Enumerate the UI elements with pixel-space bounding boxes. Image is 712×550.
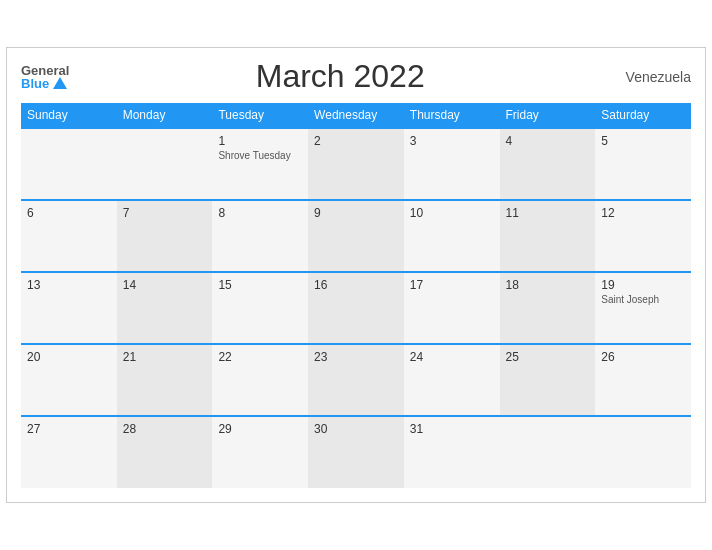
weekday-header-sunday: Sunday (21, 103, 117, 128)
day-cell: 26 (595, 344, 691, 416)
day-number: 19 (601, 278, 685, 292)
day-cell: 9 (308, 200, 404, 272)
day-number: 17 (410, 278, 494, 292)
day-cell (21, 128, 117, 200)
logo-blue-area: Blue (21, 77, 69, 90)
day-number: 12 (601, 206, 685, 220)
logo-blue-text: Blue (21, 77, 49, 90)
day-number: 9 (314, 206, 398, 220)
calendar-grid: SundayMondayTuesdayWednesdayThursdayFrid… (21, 103, 691, 488)
day-cell: 23 (308, 344, 404, 416)
day-number: 15 (218, 278, 302, 292)
week-row-2: 6789101112 (21, 200, 691, 272)
day-number: 25 (506, 350, 590, 364)
day-number: 8 (218, 206, 302, 220)
day-cell: 20 (21, 344, 117, 416)
weekday-header-tuesday: Tuesday (212, 103, 308, 128)
day-number: 7 (123, 206, 207, 220)
day-cell: 31 (404, 416, 500, 488)
day-cell: 3 (404, 128, 500, 200)
day-cell: 30 (308, 416, 404, 488)
day-number: 6 (27, 206, 111, 220)
week-row-5: 2728293031 (21, 416, 691, 488)
day-cell: 12 (595, 200, 691, 272)
weekday-header-saturday: Saturday (595, 103, 691, 128)
day-cell: 1Shrove Tuesday (212, 128, 308, 200)
week-row-4: 20212223242526 (21, 344, 691, 416)
day-cell: 11 (500, 200, 596, 272)
day-number: 11 (506, 206, 590, 220)
week-row-3: 13141516171819Saint Joseph (21, 272, 691, 344)
day-number: 29 (218, 422, 302, 436)
calendar-header: General Blue March 2022 Venezuela (21, 58, 691, 95)
day-cell: 7 (117, 200, 213, 272)
day-cell: 29 (212, 416, 308, 488)
day-number: 30 (314, 422, 398, 436)
day-number: 24 (410, 350, 494, 364)
day-cell (500, 416, 596, 488)
day-cell: 14 (117, 272, 213, 344)
logo-general-text: General (21, 64, 69, 77)
day-number: 22 (218, 350, 302, 364)
weekday-header-row: SundayMondayTuesdayWednesdayThursdayFrid… (21, 103, 691, 128)
day-cell: 21 (117, 344, 213, 416)
day-cell: 17 (404, 272, 500, 344)
day-number: 3 (410, 134, 494, 148)
day-cell: 25 (500, 344, 596, 416)
day-cell: 22 (212, 344, 308, 416)
day-number: 21 (123, 350, 207, 364)
day-number: 28 (123, 422, 207, 436)
day-cell: 13 (21, 272, 117, 344)
day-number: 2 (314, 134, 398, 148)
day-number: 10 (410, 206, 494, 220)
logo-triangle-icon (53, 77, 67, 89)
weekday-header-thursday: Thursday (404, 103, 500, 128)
day-cell: 2 (308, 128, 404, 200)
weekday-header-friday: Friday (500, 103, 596, 128)
day-number: 26 (601, 350, 685, 364)
day-cell: 16 (308, 272, 404, 344)
day-number: 1 (218, 134, 302, 148)
week-row-1: 1Shrove Tuesday2345 (21, 128, 691, 200)
weekday-header-monday: Monday (117, 103, 213, 128)
day-cell: 6 (21, 200, 117, 272)
day-number: 20 (27, 350, 111, 364)
day-number: 5 (601, 134, 685, 148)
calendar-title: March 2022 (69, 58, 611, 95)
calendar-container: General Blue March 2022 Venezuela Sunday… (6, 47, 706, 503)
day-number: 16 (314, 278, 398, 292)
day-number: 18 (506, 278, 590, 292)
day-cell (595, 416, 691, 488)
day-cell: 18 (500, 272, 596, 344)
day-cell: 4 (500, 128, 596, 200)
logo-area: General Blue (21, 64, 69, 90)
day-cell: 15 (212, 272, 308, 344)
day-cell (117, 128, 213, 200)
day-cell: 27 (21, 416, 117, 488)
day-cell: 5 (595, 128, 691, 200)
day-cell: 19Saint Joseph (595, 272, 691, 344)
day-cell: 10 (404, 200, 500, 272)
day-number: 4 (506, 134, 590, 148)
day-number: 13 (27, 278, 111, 292)
day-cell: 24 (404, 344, 500, 416)
day-cell: 28 (117, 416, 213, 488)
day-number: 27 (27, 422, 111, 436)
weekday-header-wednesday: Wednesday (308, 103, 404, 128)
day-cell: 8 (212, 200, 308, 272)
country-name: Venezuela (611, 69, 691, 85)
day-number: 23 (314, 350, 398, 364)
day-event: Shrove Tuesday (218, 150, 302, 161)
day-number: 14 (123, 278, 207, 292)
day-number: 31 (410, 422, 494, 436)
day-event: Saint Joseph (601, 294, 685, 305)
